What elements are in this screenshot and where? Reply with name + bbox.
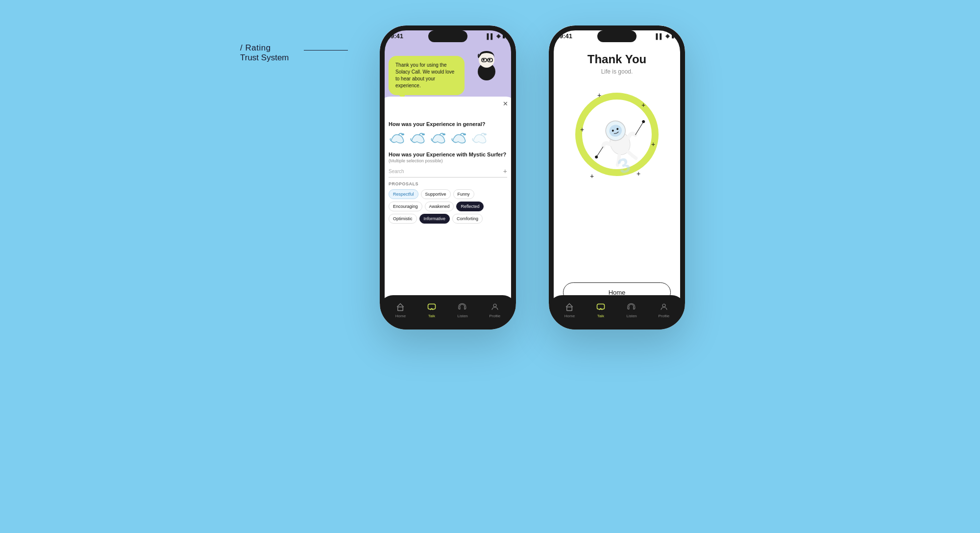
star-rating-row[interactable] xyxy=(389,131,507,145)
svg-rect-12 xyxy=(398,307,403,311)
nav-listen[interactable]: Listen xyxy=(457,303,467,318)
phone2-status-icons: ▌▌ ◈ ▮ xyxy=(656,33,674,39)
proposals-label: Proposals xyxy=(389,181,507,186)
tag-respectful[interactable]: Respectful xyxy=(389,189,418,199)
svg-text:+: + xyxy=(580,126,584,133)
svg-point-14 xyxy=(493,304,496,307)
svg-point-10 xyxy=(463,133,466,135)
p2-nav-talk[interactable]: Talk xyxy=(596,303,605,318)
phone2-bottom-nav: Home Talk Listen Profile xyxy=(549,295,685,330)
svg-text:+: + xyxy=(651,140,655,148)
search-placeholder: Search xyxy=(389,169,404,174)
svg-point-29 xyxy=(641,120,645,124)
search-plus-icon[interactable]: + xyxy=(503,167,507,175)
question2-sub: (Multiple selection possible) xyxy=(389,158,507,163)
star-2[interactable] xyxy=(409,131,427,145)
header-curve xyxy=(380,97,516,116)
svg-point-33 xyxy=(662,304,665,307)
p2-talk-icon xyxy=(596,303,605,313)
section-title: Trust System xyxy=(240,53,289,63)
tags-row-2: Encouraging Awakened Reflected xyxy=(389,202,507,211)
close-button[interactable]: ✕ xyxy=(503,100,508,107)
star-4[interactable] xyxy=(450,131,468,145)
tag-informative[interactable]: Informative xyxy=(419,214,450,224)
svg-text:+: + xyxy=(590,172,594,180)
p2-nav-listen-label: Listen xyxy=(626,314,637,318)
svg-text:+: + xyxy=(597,91,601,99)
astronaut-illustration: + + + + + + xyxy=(568,83,666,196)
home-icon xyxy=(396,303,405,313)
p2-profile-icon xyxy=(660,303,668,313)
nav-profile-label: Profile xyxy=(489,314,500,318)
phone2-time: 9:41 xyxy=(560,32,572,40)
nav-home[interactable]: Home xyxy=(395,303,406,318)
tag-awakened[interactable]: Awakened xyxy=(425,202,454,211)
p2-nav-talk-label: Talk xyxy=(597,314,604,318)
tag-supportive[interactable]: Supportive xyxy=(421,189,451,199)
svg-text:3: 3 xyxy=(614,153,633,178)
p2-home-icon xyxy=(565,303,574,313)
p2-nav-home[interactable]: Home xyxy=(564,303,575,318)
section-divider xyxy=(304,50,348,51)
thank-you-title: Thank You xyxy=(588,52,646,66)
phone1-status-icons: ▌▌ ◈ ▮ xyxy=(487,33,505,39)
profile-icon xyxy=(490,303,499,313)
section-label: / Rating Trust System xyxy=(240,43,289,63)
svg-point-3 xyxy=(489,59,490,61)
p2-nav-profile[interactable]: Profile xyxy=(658,303,669,318)
svg-point-2 xyxy=(483,59,485,61)
phone1-frame: 9:41 ▌▌ ◈ ▮ xyxy=(380,25,516,330)
p2-nav-listen[interactable]: Listen xyxy=(626,303,637,318)
search-bar[interactable]: Search + xyxy=(389,167,507,178)
svg-text:+: + xyxy=(641,101,645,109)
thank-you-sub: Life is good. xyxy=(601,68,633,75)
svg-point-8 xyxy=(422,133,425,135)
star-1[interactable] xyxy=(389,131,406,145)
nav-talk[interactable]: Talk xyxy=(427,303,436,318)
svg-point-28 xyxy=(594,155,598,159)
nav-home-label: Home xyxy=(395,314,406,318)
listen-icon xyxy=(458,303,467,313)
svg-point-11 xyxy=(484,133,487,135)
svg-text:+: + xyxy=(637,170,640,178)
phone1-time: 9:41 xyxy=(391,32,403,40)
svg-rect-31 xyxy=(567,307,572,311)
tags-row-1: Respectful Supportive Funny xyxy=(389,189,507,199)
p2-nav-home-label: Home xyxy=(564,314,575,318)
star-3[interactable] xyxy=(430,131,447,145)
tag-funny[interactable]: Funny xyxy=(453,189,474,199)
question2: How was your Experience with Mystic Surf… xyxy=(389,152,507,157)
tag-encouraging[interactable]: Encouraging xyxy=(389,202,422,211)
phone1-notch xyxy=(428,30,467,42)
question1: How was your Experience in general? xyxy=(389,121,507,127)
tag-reflected[interactable]: Reflected xyxy=(456,202,484,211)
talk-icon xyxy=(427,303,436,313)
plus-decorations: + + + + + + xyxy=(568,83,666,196)
svg-point-9 xyxy=(442,133,445,135)
phone1-body: How was your Experience in general? xyxy=(380,116,516,232)
nav-profile[interactable]: Profile xyxy=(489,303,500,318)
tags-row-3: Optimistic Informative Comforting xyxy=(389,214,507,224)
star-5[interactable] xyxy=(471,131,489,145)
phone2-body: Thank You Life is good. + + + + + + xyxy=(549,43,685,312)
section-prefix: / Rating xyxy=(240,43,289,53)
nav-talk-label: Talk xyxy=(428,314,435,318)
p2-listen-icon xyxy=(627,303,636,313)
phone1-bottom-nav: Home Talk Listen Profile xyxy=(380,295,516,330)
speech-bubble: Thank you for using the Solacy Call. We … xyxy=(389,56,465,95)
phone2-frame: 9:41 ▌▌ ◈ ▮ Thank You Life is good. + + … xyxy=(549,25,685,330)
nav-listen-label: Listen xyxy=(457,314,467,318)
svg-point-7 xyxy=(401,133,404,135)
avatar-illustration xyxy=(472,46,501,80)
p2-nav-profile-label: Profile xyxy=(658,314,669,318)
tag-optimistic[interactable]: Optimistic xyxy=(389,214,417,224)
phone2-notch xyxy=(597,30,637,42)
tag-comforting[interactable]: Comforting xyxy=(452,214,483,224)
